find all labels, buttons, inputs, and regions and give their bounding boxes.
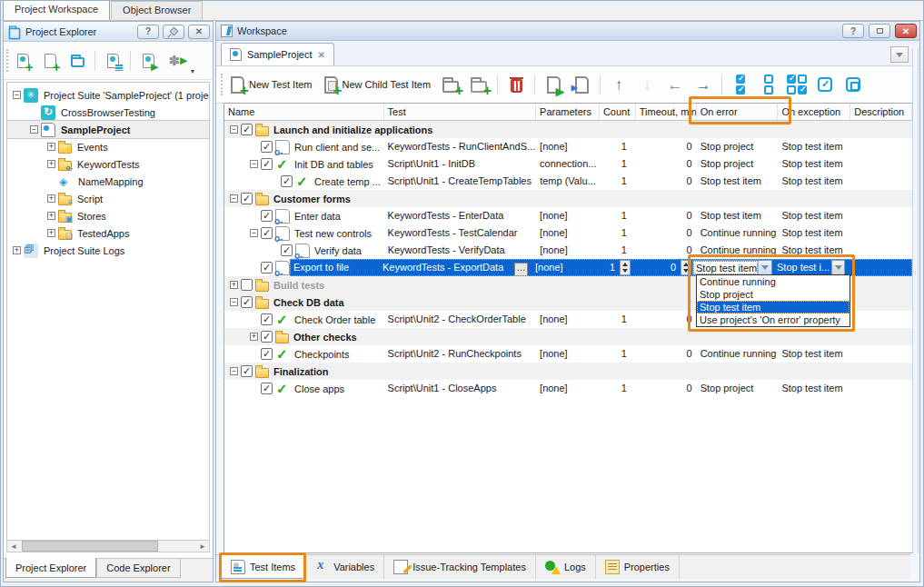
row-checkbox[interactable]: ✓ <box>261 331 273 343</box>
expand-toggle[interactable]: − <box>230 298 238 306</box>
tab-code-explorer[interactable]: Code Explorer <box>96 559 180 578</box>
column-header-timeout-min[interactable]: Timeout, min <box>636 104 697 120</box>
tree-item-testedapps[interactable]: +TestedApps <box>7 224 209 242</box>
spin-up-icon[interactable] <box>622 263 628 266</box>
tab-close-icon[interactable]: ✕ <box>318 50 325 60</box>
scroll-right-arrow[interactable]: ► <box>196 541 209 552</box>
on-error-dropdown-button[interactable] <box>758 261 771 274</box>
explorer-horizontal-scrollbar[interactable]: ◄ ► <box>6 540 210 552</box>
row-checkbox[interactable]: ✓ <box>261 383 273 394</box>
row-checkbox[interactable]: ✓ <box>241 296 253 308</box>
new-test-item-button[interactable]: New Test Item <box>227 75 316 95</box>
scroll-left-arrow[interactable]: ◄ <box>7 541 20 552</box>
tree-item-crossbrowsertesting[interactable]: CrossBrowserTesting <box>7 104 209 121</box>
enable-item-button[interactable] <box>813 73 837 96</box>
spin-down-icon[interactable] <box>622 269 628 273</box>
delete-button[interactable] <box>504 73 528 96</box>
move-up-button[interactable]: ↑ <box>607 73 631 96</box>
new-child-test-item-button[interactable]: New Child Test Item <box>321 75 435 95</box>
expand-toggle[interactable]: − <box>230 367 238 375</box>
tree-item-events[interactable]: +Events <box>7 138 209 155</box>
tree-item-project-suite-sampleproject-1-project[interactable]: −Project Suite 'SampleProject' (1 projec… <box>7 86 209 104</box>
run-project-suite-button[interactable]: ✽ <box>164 49 187 73</box>
on-error-combobox[interactable]: Stop test item <box>692 260 772 275</box>
tab-logs[interactable]: Logs <box>536 555 596 579</box>
row-checkbox[interactable]: ✓ <box>281 244 293 256</box>
tab-issue-tracking-templates[interactable]: Issue-Tracking Templates <box>384 555 536 579</box>
run-selected-item-button[interactable] <box>541 73 565 96</box>
toolbar-overflow-caret[interactable]: ▾ <box>191 67 194 75</box>
group-row-launch-and-initialize-applications[interactable]: −✓Launch and initialize applications <box>224 121 912 138</box>
tab-variables[interactable]: Variables <box>305 555 384 579</box>
test-item-row-enter-data[interactable]: ✓Enter dataKeywordTests - EnterData[none… <box>224 207 912 224</box>
expand-toggle[interactable]: − <box>230 194 238 203</box>
workspace-restore-button[interactable] <box>869 24 890 38</box>
row-checkbox[interactable]: ✓ <box>261 262 273 274</box>
count-spinner[interactable] <box>620 260 631 275</box>
explorer-pin-button[interactable] <box>163 25 184 39</box>
new-item-button[interactable] <box>38 49 62 73</box>
expand-toggle[interactable]: − <box>250 160 258 168</box>
column-header-on-error[interactable]: On error <box>697 104 779 120</box>
check-all-button[interactable] <box>729 73 752 96</box>
column-header-name[interactable]: Name <box>224 104 384 120</box>
scrollbar-thumb[interactable] <box>22 541 158 552</box>
tab-project-explorer[interactable]: Project Explorer <box>5 558 96 578</box>
tab-test-items[interactable]: Test Items <box>221 555 305 579</box>
row-checkbox[interactable] <box>241 279 253 291</box>
new-group-button[interactable] <box>439 73 462 96</box>
invert-checks-button[interactable] <box>785 73 809 96</box>
move-left-button[interactable]: ← <box>663 73 687 96</box>
row-checkbox[interactable]: ✓ <box>261 210 273 222</box>
column-header-parameters[interactable]: Parameters <box>536 104 600 120</box>
expand-toggle[interactable]: − <box>230 125 238 134</box>
test-item-row-create-temp[interactable]: ✓Create temp ...Script\Unit1 - CreateTem… <box>224 173 912 190</box>
test-item-row-test-new-controls[interactable]: −✓Test new controlsKeywordTests - TestCa… <box>224 224 912 242</box>
test-item-row-checkpoints[interactable]: ✓CheckpointsScript\Unit2 - RunCheckpoint… <box>224 345 912 363</box>
explorer-close-button[interactable]: ✕ <box>188 25 210 39</box>
test-picker-button[interactable]: … <box>514 263 528 276</box>
group-row-finalization[interactable]: −✓Finalization <box>224 363 912 380</box>
tab-properties[interactable]: Properties <box>596 555 680 579</box>
expand-toggle[interactable]: + <box>47 229 55 237</box>
group-row-other-checks[interactable]: +✓Other checks <box>224 328 912 345</box>
move-down-button[interactable]: ↓ <box>635 73 659 96</box>
tree-item-stores[interactable]: +Stores <box>7 207 209 224</box>
new-child-group-button[interactable] <box>467 73 491 96</box>
tree-item-sampleproject[interactable]: −SampleProject <box>7 121 209 138</box>
row-checkbox[interactable]: ✓ <box>261 158 273 170</box>
group-row-customer-forms[interactable]: −✓Customer forms <box>224 190 912 207</box>
tab-list-dropdown-button[interactable] <box>890 46 909 63</box>
test-item-row-verify-data[interactable]: ✓Verify dataKeywordTests - VerifyData[no… <box>224 242 912 259</box>
row-checkbox[interactable]: ✓ <box>261 141 273 153</box>
test-item-row-init-db-and-tables[interactable]: −✓Init DB and tablesScript\Unit1 - InitD… <box>224 155 912 173</box>
tree-item-project-suite-logs[interactable]: +Project Suite Logs <box>7 242 209 259</box>
expand-toggle[interactable]: + <box>13 246 21 254</box>
spin-up-icon[interactable] <box>683 263 689 266</box>
organize-project-items-button[interactable] <box>101 49 124 73</box>
dropdown-item-use-project-s-on-error-property[interactable]: Use project's 'On error' property <box>697 313 849 326</box>
move-right-button[interactable]: → <box>691 73 715 96</box>
tab-object-browser[interactable]: Object Browser <box>111 1 203 20</box>
open-project-button[interactable] <box>65 49 89 73</box>
disable-item-button[interactable] <box>841 73 865 96</box>
expand-toggle[interactable]: − <box>13 91 21 99</box>
run-project-button[interactable] <box>136 49 160 73</box>
workspace-help-button[interactable]: ? <box>842 24 864 38</box>
row-checkbox[interactable]: ✓ <box>241 365 253 377</box>
explorer-help-button[interactable]: ? <box>137 25 159 39</box>
dropdown-item-continue-running[interactable]: Continue running <box>697 275 849 288</box>
vertical-splitter[interactable] <box>912 49 919 553</box>
row-checkbox[interactable]: ✓ <box>241 124 253 135</box>
on-exception-combobox[interactable]: Stop test i... <box>774 260 845 275</box>
test-item-row-run-client-and-se[interactable]: ✓Run client and se...KeywordTests - RunC… <box>224 138 912 155</box>
column-header-test[interactable]: Test <box>384 104 537 120</box>
dropdown-item-stop-test-item[interactable]: Stop test item <box>697 301 849 313</box>
expand-toggle[interactable]: − <box>30 125 38 134</box>
expand-toggle[interactable]: + <box>47 160 55 168</box>
timeout-spinner[interactable] <box>681 260 691 275</box>
on-exception-dropdown-button[interactable] <box>831 260 845 275</box>
tab-sampleproject[interactable]: SampleProject ✕ <box>221 43 334 65</box>
tab-project-workspace[interactable]: Project Workspace <box>3 0 110 20</box>
expand-toggle[interactable]: − <box>250 229 258 237</box>
